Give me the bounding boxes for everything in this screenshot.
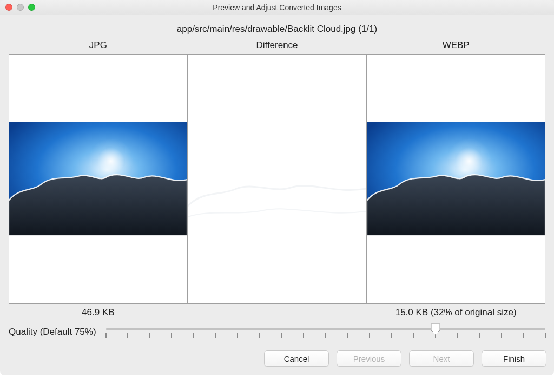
column-headers: JPG Difference WEBP — [9, 40, 545, 54]
difference-image — [188, 55, 366, 303]
size-labels: 46.9 KB 15.0 KB (32% of original size) — [9, 304, 545, 322]
file-path: app/src/main/res/drawable/Backlit Cloud.… — [9, 21, 545, 40]
file-path-text: app/src/main/res/drawable/Backlit Cloud.… — [177, 24, 356, 34]
source-image — [9, 122, 187, 236]
window-controls — [0, 4, 35, 11]
source-size: 46.9 KB — [9, 307, 188, 318]
titlebar: Preview and Adjust Converted Images — [0, 0, 554, 15]
finish-button[interactable]: Finish — [482, 350, 546, 367]
minimize-icon[interactable] — [17, 4, 24, 11]
dialog-footer: Cancel Previous Next Finish — [0, 346, 554, 375]
cancel-button[interactable]: Cancel — [264, 350, 329, 367]
header-webp: WEBP — [366, 40, 545, 51]
content: app/src/main/res/drawable/Backlit Cloud.… — [0, 15, 554, 346]
panel-converted — [366, 55, 545, 303]
window-title: Preview and Adjust Converted Images — [0, 3, 554, 12]
preview-panels — [9, 54, 545, 304]
panel-difference — [187, 55, 366, 303]
converted-size: 15.0 KB (32% of original size) — [366, 307, 545, 318]
svg-rect-2 — [188, 55, 366, 303]
dialog-preview-convert: Preview and Adjust Converted Images app/… — [0, 0, 554, 375]
slider-track — [106, 328, 545, 330]
quality-row: Quality (Default 75%) — [9, 322, 545, 346]
header-difference: Difference — [188, 40, 367, 51]
slider-ticks — [106, 333, 545, 340]
quality-label: Quality (Default 75%) — [9, 327, 96, 337]
file-index: (1/1) — [358, 24, 377, 34]
next-button[interactable]: Next — [409, 350, 474, 367]
quality-slider[interactable] — [106, 322, 545, 342]
header-jpg: JPG — [9, 40, 188, 51]
maximize-icon[interactable] — [28, 4, 35, 11]
close-icon[interactable] — [5, 4, 12, 11]
panel-source — [9, 55, 187, 303]
previous-button[interactable]: Previous — [337, 350, 401, 367]
converted-image — [367, 122, 545, 236]
